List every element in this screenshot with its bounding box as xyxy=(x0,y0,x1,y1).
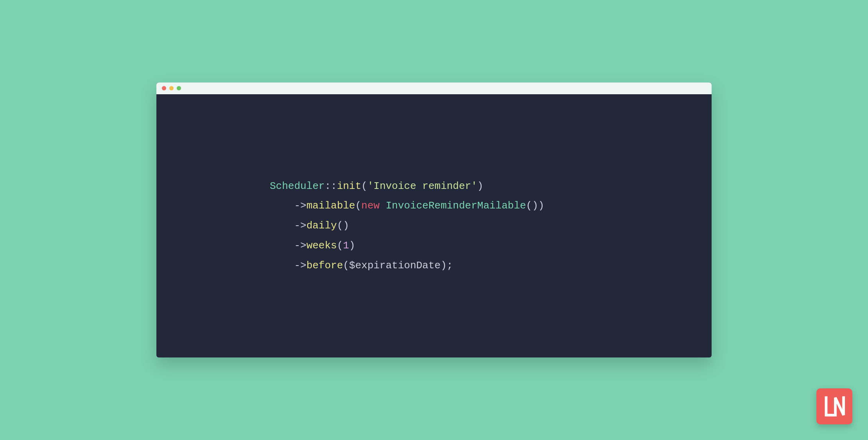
minimize-icon[interactable] xyxy=(169,86,174,90)
token-paren: ( xyxy=(337,220,343,232)
token-paren: ( xyxy=(355,200,361,212)
code-line-4: ->weeks(1) xyxy=(270,240,355,251)
brand-badge xyxy=(816,388,852,424)
token-arrow: -> xyxy=(294,220,306,232)
token-paren: ); xyxy=(441,260,453,271)
code-block: Scheduler::init('Invoice reminder') ->ma… xyxy=(156,94,712,357)
token-class: Scheduler xyxy=(270,180,325,192)
token-arrow: -> xyxy=(294,260,306,271)
ln-logo-icon xyxy=(822,394,846,418)
token-method: daily xyxy=(307,220,337,232)
code-line-2: ->mailable(new InvoiceReminderMailable()… xyxy=(270,200,544,212)
token-method: weeks xyxy=(307,240,337,251)
token-type: InvoiceReminderMailable xyxy=(386,200,526,212)
token-number: 1 xyxy=(343,240,349,251)
code-line-5: ->before($expirationDate); xyxy=(270,260,453,271)
window-titlebar xyxy=(156,83,712,94)
token-paren: ( xyxy=(343,260,349,271)
token-arrow: -> xyxy=(294,200,306,212)
token-paren: ) xyxy=(477,180,484,192)
code-line-1: Scheduler::init('Invoice reminder') xyxy=(270,180,483,192)
maximize-icon[interactable] xyxy=(177,86,181,90)
close-icon[interactable] xyxy=(162,86,166,90)
editor-window: Scheduler::init('Invoice reminder') ->ma… xyxy=(156,83,712,357)
token-variable: $expirationDate xyxy=(349,260,441,271)
token-keyword: new xyxy=(361,200,380,212)
code-line-3: ->daily() xyxy=(270,220,349,232)
token-method: init xyxy=(337,180,361,192)
token-method: mailable xyxy=(307,200,355,212)
token-paren: ) xyxy=(349,240,355,251)
token-paren: ()) xyxy=(526,200,544,212)
token-method: before xyxy=(307,260,343,271)
token-scope: :: xyxy=(325,180,337,192)
token-paren: ( xyxy=(337,240,343,251)
token-string: 'Invoice reminder' xyxy=(368,180,477,192)
token-arrow: -> xyxy=(294,240,306,251)
token-paren: ( xyxy=(361,180,368,192)
token-paren: ) xyxy=(343,220,349,232)
